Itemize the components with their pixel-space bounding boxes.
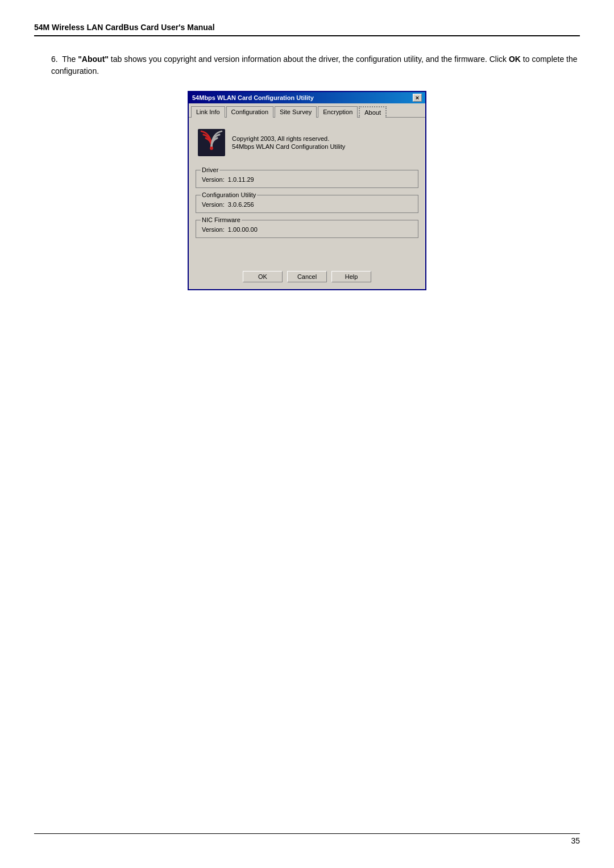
dialog-window: 54Mbps WLAN Card Configuration Utility ×… — [188, 91, 426, 290]
about-text: Copyright 2003, All rights reserved. 54M… — [232, 135, 345, 150]
tab-site-survey[interactable]: Site Survey — [275, 106, 317, 118]
tab-encryption[interactable]: Encryption — [318, 106, 358, 118]
driver-legend: Driver — [201, 166, 219, 173]
config-version-value: 3.0.6.256 — [228, 201, 254, 208]
dialog-titlebar: 54Mbps WLAN Card Configuration Utility × — [189, 92, 425, 103]
tab-about[interactable]: About — [359, 106, 387, 118]
intro-text-before: The — [62, 55, 78, 64]
close-button[interactable]: × — [413, 94, 422, 102]
driver-group: Driver Version: 1.0.11.29 — [196, 170, 418, 188]
manual-title: 54M Wireless LAN CardBus Card User's Man… — [34, 23, 215, 32]
intro-number: 6. — [51, 55, 58, 64]
config-utility-content: Version: 3.0.6.256 — [202, 200, 412, 208]
dialog-content: Copyright 2003, All rights reserved. 54M… — [189, 118, 425, 265]
footer-rule — [34, 833, 580, 834]
svg-point-1 — [210, 147, 213, 150]
tab-link-info[interactable]: Link Info — [191, 106, 225, 118]
dialog-container: 54Mbps WLAN Card Configuration Utility ×… — [188, 91, 426, 290]
intro-bold-ok: OK — [509, 55, 521, 64]
dialog-footer: OK Cancel Help — [189, 265, 425, 289]
about-product: 54Mbps WLAN Card Configuration Utility — [232, 143, 345, 150]
spacer — [196, 245, 418, 258]
driver-version-label: Version: — [202, 176, 228, 183]
intro-paragraph: 6. The "About" tab shows you copyright a… — [34, 53, 580, 77]
intro-text-after: tab shows you copyright and version info… — [109, 55, 509, 64]
manual-header: 54M Wireless LAN CardBus Card User's Man… — [34, 23, 580, 32]
dialog-tabs: Link Info Configuration Site Survey Encr… — [189, 103, 425, 118]
config-version-label: Version: — [202, 201, 228, 208]
nic-firmware-content: Version: 1.00.00.00 — [202, 225, 412, 233]
nic-firmware-group: NIC Firmware Version: 1.00.00.00 — [196, 220, 418, 238]
about-copyright: Copyright 2003, All rights reserved. — [232, 135, 345, 142]
nic-firmware-legend: NIC Firmware — [201, 216, 242, 223]
intro-bold-about: "About" — [78, 55, 109, 64]
driver-version-value: 1.0.11.29 — [228, 176, 254, 183]
header-rule — [34, 35, 580, 36]
driver-content: Version: 1.0.11.29 — [202, 175, 412, 183]
tab-configuration[interactable]: Configuration — [226, 106, 273, 118]
ok-button[interactable]: OK — [243, 271, 283, 282]
product-logo — [198, 129, 225, 156]
page-wrapper: 54M Wireless LAN CardBus Card User's Man… — [0, 0, 614, 868]
dialog-title: 54Mbps WLAN Card Configuration Utility — [192, 94, 413, 101]
config-utility-legend: Configuration Utility — [201, 191, 257, 198]
nic-version-value: 1.00.00.00 — [228, 226, 258, 233]
about-header: Copyright 2003, All rights reserved. 54M… — [196, 127, 418, 158]
help-button[interactable]: Help — [331, 271, 371, 282]
nic-version-label: Version: — [202, 226, 228, 233]
cancel-button[interactable]: Cancel — [287, 271, 327, 282]
page-number: 35 — [571, 836, 580, 845]
config-utility-group: Configuration Utility Version: 3.0.6.256 — [196, 195, 418, 213]
